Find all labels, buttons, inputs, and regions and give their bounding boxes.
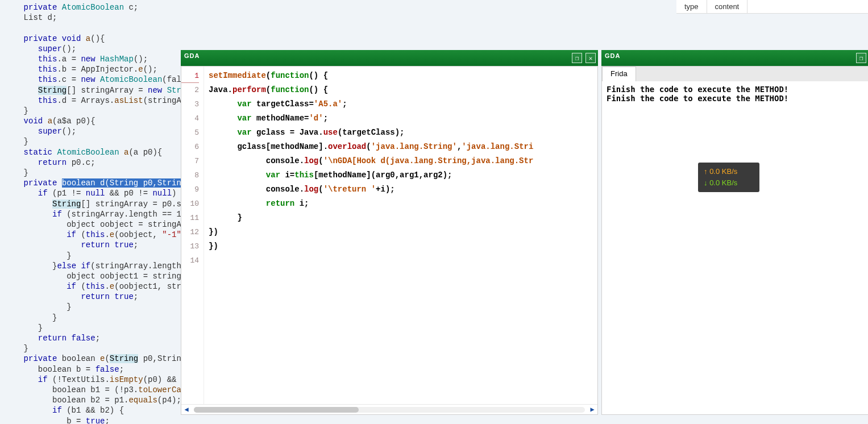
editor-window-titlebar[interactable]: GDA ❐ ✕ xyxy=(181,50,598,66)
gda-logo: GDA xyxy=(605,52,620,59)
restore-button[interactable]: ❐ xyxy=(856,53,866,63)
gda-logo: GDA xyxy=(184,52,200,59)
network-speed-overlay: ↑ 0.0 KB/s ↓ 0.0 KB/s xyxy=(698,163,759,192)
output-pane: Frida Finish the code to execute the MET… xyxy=(601,66,868,415)
download-speed: ↓ 0.0 KB/s xyxy=(704,177,754,189)
output-tabs: Frida xyxy=(602,66,868,81)
scroll-track[interactable] xyxy=(194,407,585,413)
table-header: type content xyxy=(676,0,868,14)
table-column-type[interactable]: type xyxy=(676,0,707,13)
line-gutter[interactable]: 1234567891011121314 xyxy=(181,66,204,404)
restore-button[interactable]: ❐ xyxy=(572,53,582,63)
horizontal-scrollbar[interactable]: ◀ ▶ xyxy=(181,404,597,414)
scroll-thumb[interactable] xyxy=(194,407,359,413)
code-area[interactable]: setImmediate(function() {Java.perform(fu… xyxy=(204,66,597,404)
output-line: Finish the code to execute the METHOD! xyxy=(607,94,788,103)
close-button[interactable]: ✕ xyxy=(585,53,596,63)
output-body[interactable]: Finish the code to execute the METHOD! F… xyxy=(602,81,868,414)
scroll-left-icon[interactable]: ◀ xyxy=(181,405,192,414)
tab-frida[interactable]: Frida xyxy=(602,66,636,81)
scroll-right-icon[interactable]: ▶ xyxy=(587,405,597,414)
output-line: Finish the code to execute the METHOD! xyxy=(607,85,788,94)
table-column-content[interactable]: content xyxy=(707,0,748,13)
upload-speed: ↑ 0.0 KB/s xyxy=(704,166,754,177)
output-window-titlebar[interactable]: GDA ❐ xyxy=(601,50,868,66)
script-editor: 1234567891011121314 setImmediate(functio… xyxy=(181,66,598,415)
